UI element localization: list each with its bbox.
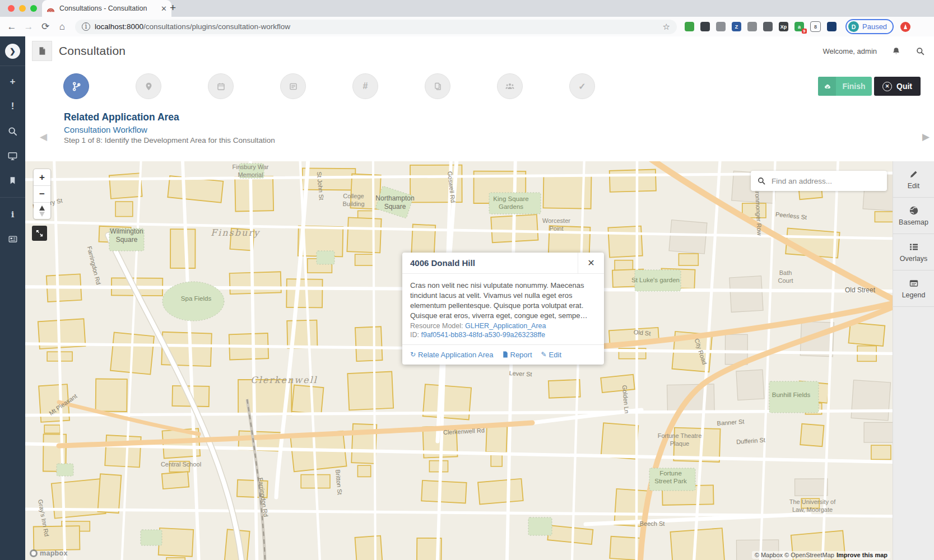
sidebar-item-cards[interactable] bbox=[0, 227, 25, 251]
resource-model-link[interactable]: GLHER_Application_Area bbox=[465, 322, 546, 330]
workflow-step-bar: # ✓ Finish ✕ Quit bbox=[25, 66, 934, 106]
plus-icon: + bbox=[10, 76, 16, 87]
extension-worldmap-icon[interactable] bbox=[827, 22, 837, 31]
header-search-icon[interactable] bbox=[916, 46, 925, 56]
map-label: Wilmington Square bbox=[110, 227, 143, 244]
tab-close-icon[interactable]: ✕ bbox=[161, 4, 167, 13]
workflow-step-complete[interactable]: ✓ bbox=[569, 73, 595, 99]
tool-legend-button[interactable]: Legend bbox=[893, 270, 934, 307]
map-label: Fortune Theatre Plaque bbox=[658, 432, 702, 448]
workflow-step-details[interactable] bbox=[280, 73, 306, 99]
url-host: localhost:8000 bbox=[95, 22, 143, 31]
extension-grammar-icon[interactable]: a9 bbox=[794, 22, 804, 31]
zoom-out-button[interactable]: − bbox=[34, 185, 50, 202]
app-sidebar: ❯ + ! i bbox=[0, 36, 25, 560]
profile-button[interactable]: D Paused bbox=[845, 19, 894, 34]
workflow-step-contacts[interactable] bbox=[497, 73, 523, 99]
address-search-input[interactable] bbox=[770, 176, 887, 186]
finish-button[interactable]: Finish bbox=[818, 77, 872, 96]
legend-card-icon bbox=[909, 278, 919, 288]
sidebar-item-notifications[interactable]: ! bbox=[0, 94, 25, 119]
extension-outline-icon[interactable]: 8 bbox=[810, 21, 821, 32]
extension-zotero-icon[interactable]: Z bbox=[732, 22, 741, 31]
address-bar[interactable]: i localhost:8000/consultations/plugins/c… bbox=[75, 20, 677, 34]
workflow-step-branch[interactable] bbox=[63, 73, 89, 99]
reload-button[interactable]: ⟳ bbox=[37, 21, 54, 32]
extension-xpath-icon[interactable]: Xp bbox=[779, 22, 788, 31]
app-header: Consultation Welcome, admin bbox=[25, 36, 934, 66]
sidebar-item-search[interactable] bbox=[0, 119, 25, 143]
next-step-arrow[interactable]: ▶ bbox=[922, 131, 930, 143]
map-zoom-control[interactable]: + − bbox=[34, 169, 50, 219]
workflow-step-documents[interactable] bbox=[425, 73, 450, 99]
form-icon bbox=[289, 82, 298, 91]
home-button[interactable]: ⌂ bbox=[54, 21, 71, 32]
sidebar-expand-button[interactable]: ❯ bbox=[0, 36, 25, 66]
welcome-text[interactable]: Welcome, admin bbox=[823, 47, 877, 55]
address-search-box[interactable] bbox=[751, 171, 887, 191]
quit-label: Quit bbox=[896, 82, 912, 91]
popup-close-button[interactable]: ✕ bbox=[578, 253, 604, 273]
workflow-step-reference[interactable]: # bbox=[352, 73, 378, 99]
report-file-icon bbox=[503, 351, 508, 358]
map-label: Central School bbox=[161, 461, 201, 469]
forward-button[interactable]: → bbox=[20, 21, 37, 32]
users-icon bbox=[505, 81, 515, 91]
bookmark-star-icon[interactable]: ☆ bbox=[663, 22, 670, 32]
improve-map-link[interactable]: Improve this map bbox=[837, 552, 887, 558]
new-tab-button[interactable]: + bbox=[170, 2, 176, 14]
extension-loom-icon[interactable] bbox=[716, 22, 726, 31]
relate-application-area-link[interactable]: ↻ Relate Application Area bbox=[410, 351, 494, 359]
workflow-name[interactable]: Consultation Workflow bbox=[64, 125, 275, 134]
url-path: /consultations/plugins/consultation-work… bbox=[143, 22, 290, 31]
map-label: Farringdon Rd bbox=[85, 245, 102, 286]
notifications-bell-icon[interactable] bbox=[891, 46, 901, 56]
map-label: Dufferin St bbox=[736, 436, 766, 446]
map-label: Bunhill Fields bbox=[772, 391, 810, 399]
tool-basemap-button[interactable]: Basemap bbox=[893, 198, 934, 234]
step-header: ◀ Related Application Area Consultation … bbox=[25, 106, 934, 161]
map-label: Golden Ln bbox=[620, 385, 630, 414]
fullscreen-button[interactable] bbox=[32, 226, 47, 241]
report-link[interactable]: Report bbox=[503, 351, 532, 359]
close-window-button[interactable] bbox=[8, 5, 15, 12]
mapbox-logo[interactable]: mapbox bbox=[30, 549, 68, 557]
sidebar-item-add[interactable]: + bbox=[0, 69, 25, 94]
extension-postman-icon[interactable] bbox=[700, 22, 710, 31]
browser-tab[interactable]: Consultations - Consultation ✕ bbox=[42, 0, 171, 17]
map-attribution[interactable]: © Mapbox © OpenStreetMapImprove this map bbox=[752, 551, 890, 559]
workflow-step-dates[interactable] bbox=[208, 73, 234, 99]
back-button[interactable]: ← bbox=[3, 21, 20, 32]
tool-overlays-button[interactable]: Overlays bbox=[893, 234, 934, 270]
sidebar-item-screen[interactable] bbox=[0, 143, 25, 168]
window-controls[interactable] bbox=[8, 5, 37, 12]
extension-stamp-icon[interactable] bbox=[763, 22, 773, 31]
step-title: Related Application Area bbox=[64, 111, 275, 123]
extension-grid-icon[interactable] bbox=[747, 22, 757, 31]
quit-button[interactable]: ✕ Quit bbox=[874, 77, 921, 96]
sidebar-item-info[interactable]: i bbox=[0, 202, 25, 227]
tool-edit-button[interactable]: Edit bbox=[893, 161, 934, 198]
browser-chrome: Consultations - Consultation ✕ + ← → ⟳ ⌂… bbox=[0, 0, 934, 36]
zoom-in-button[interactable]: + bbox=[34, 169, 50, 185]
previous-step-arrow[interactable]: ◀ bbox=[40, 131, 47, 143]
compass-control[interactable] bbox=[34, 202, 50, 219]
sidebar-item-bookmark[interactable] bbox=[0, 168, 25, 193]
site-info-icon[interactable]: i bbox=[82, 22, 90, 31]
mapbox-logo-text: mapbox bbox=[40, 549, 68, 557]
edit-link[interactable]: ✎ Edit bbox=[541, 351, 561, 359]
attribution-text[interactable]: © Mapbox © OpenStreetMap bbox=[755, 552, 834, 558]
minimize-window-button[interactable] bbox=[19, 5, 26, 12]
map-label: Mt Pleasant bbox=[48, 393, 78, 418]
globe-icon bbox=[909, 206, 919, 216]
map-canvas[interactable]: Finsbury War MemorialCollege BuildingNor… bbox=[25, 161, 893, 560]
monitor-icon bbox=[7, 151, 18, 161]
resource-id-link[interactable]: f9af0541-bb83-48fd-a530-99a263238ffe bbox=[421, 331, 545, 339]
map-label: Finsbury War Memorial bbox=[233, 164, 269, 179]
maximize-window-button[interactable] bbox=[30, 5, 37, 12]
workflow-step-location[interactable] bbox=[136, 73, 161, 99]
red-shield-extension-icon[interactable] bbox=[900, 22, 910, 32]
tab-title: Consultations - Consultation bbox=[59, 4, 156, 12]
tool-basemap-label: Basemap bbox=[899, 218, 928, 226]
extension-evernote-icon[interactable] bbox=[685, 22, 694, 31]
